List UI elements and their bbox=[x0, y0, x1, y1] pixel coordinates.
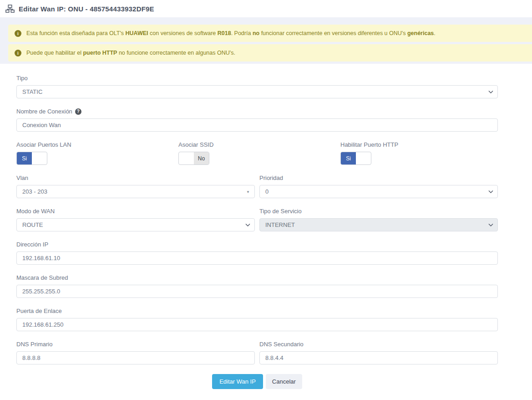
mascara-subred-label: Mascara de Subred bbox=[16, 274, 498, 281]
alert-huawei-r018: i Esta función esta diseñada para OLT's … bbox=[8, 25, 532, 42]
puerta-enlace-label: Puerta de Enlace bbox=[16, 308, 498, 314]
asociar-ssid-label: Asociar SSID bbox=[178, 141, 336, 148]
tipo-servicio-label: Tipo de Servicio bbox=[259, 208, 498, 215]
direccion-ip-input[interactable] bbox=[16, 251, 498, 265]
toggle-state-label: Si bbox=[341, 152, 356, 164]
question-circle-icon[interactable]: ? bbox=[75, 108, 81, 115]
dropdown-arrow-icon: ▼ bbox=[246, 190, 250, 194]
modo-wan-selected-value: ROUTE bbox=[22, 221, 43, 228]
field-habilitar-puerto-http: Habilitar Puerto HTTP Si bbox=[340, 141, 498, 165]
prioridad-selected-value: 0 bbox=[265, 188, 269, 195]
field-vlan: Vlan 203 - 203 ▼ bbox=[16, 174, 255, 198]
field-prioridad: Prioridad 0 bbox=[259, 174, 498, 198]
toggle-handle bbox=[356, 152, 371, 164]
dns-secundario-label: DNS Secundario bbox=[259, 341, 498, 348]
tipo-label: Tipo bbox=[16, 75, 498, 82]
modo-wan-select[interactable]: ROUTE bbox=[16, 218, 255, 231]
nombre-conexion-label: Nombre de Conexión ? bbox=[16, 108, 498, 115]
field-tipo-servicio: Tipo de Servicio INTERNET bbox=[259, 208, 498, 231]
field-tipo: Tipo STATIC bbox=[16, 75, 498, 98]
toggle-state-label: No bbox=[194, 152, 209, 164]
vlan-select[interactable]: 203 - 203 ▼ bbox=[16, 185, 255, 198]
habilitar-puerto-http-label: Habilitar Puerto HTTP bbox=[340, 141, 498, 148]
info-circle-icon: i bbox=[15, 30, 21, 37]
asociar-ssid-toggle[interactable]: No bbox=[178, 152, 209, 165]
dns-primario-label: DNS Primario bbox=[16, 341, 255, 348]
field-asociar-puertos-lan: Asociar Puertos LAN Si bbox=[16, 141, 174, 165]
habilitar-puerto-http-toggle[interactable]: Si bbox=[340, 152, 371, 165]
prioridad-label: Prioridad bbox=[259, 174, 498, 181]
tipo-select[interactable]: STATIC bbox=[16, 85, 498, 98]
toggle-state-label: Si bbox=[17, 152, 32, 164]
chevron-down-icon bbox=[488, 223, 493, 226]
dns-primario-input[interactable] bbox=[16, 351, 255, 364]
sitemap-icon bbox=[5, 5, 15, 13]
tipo-servicio-select: INTERNET bbox=[259, 218, 498, 231]
asociar-puertos-lan-toggle[interactable]: Si bbox=[16, 152, 47, 165]
field-dns-secundario: DNS Secundario bbox=[259, 341, 498, 364]
cancelar-button[interactable]: Cancelar bbox=[266, 374, 302, 389]
tipo-selected-value: STATIC bbox=[22, 88, 42, 95]
chevron-down-icon bbox=[245, 223, 250, 226]
toggle-handle bbox=[32, 152, 47, 164]
alert-text: Esta función esta diseñada para OLT's HU… bbox=[26, 30, 436, 36]
alert-text: Puede que habilitar el puerto HTTP no fu… bbox=[26, 50, 235, 56]
chevron-down-icon bbox=[488, 90, 493, 93]
toggles-row: Asociar Puertos LAN Si Asociar SSID No H… bbox=[16, 141, 498, 165]
mascara-subred-input[interactable] bbox=[16, 285, 498, 298]
field-asociar-ssid: Asociar SSID No bbox=[178, 141, 336, 165]
form-actions: Editar Wan IP Cancelar bbox=[16, 374, 498, 389]
alert-http-port: i Puede que habilitar el puerto HTTP no … bbox=[8, 44, 532, 62]
info-circle-icon: i bbox=[15, 50, 21, 56]
puerta-enlace-input[interactable] bbox=[16, 318, 498, 331]
field-puerta-enlace: Puerta de Enlace bbox=[16, 308, 498, 331]
modo-servicio-row: Modo de WAN ROUTE Tipo de Servicio INTER… bbox=[16, 208, 498, 231]
vlan-label: Vlan bbox=[16, 174, 255, 181]
direccion-ip-label: Dirección IP bbox=[16, 241, 498, 248]
editar-wan-ip-button[interactable]: Editar Wan IP bbox=[212, 374, 263, 389]
tipo-servicio-selected-value: INTERNET bbox=[265, 221, 295, 228]
asociar-puertos-lan-label: Asociar Puertos LAN bbox=[16, 141, 174, 148]
dns-row: DNS Primario DNS Secundario bbox=[16, 341, 498, 364]
field-modo-wan: Modo de WAN ROUTE bbox=[16, 208, 255, 231]
field-direccion-ip: Dirección IP bbox=[16, 241, 498, 265]
page-title: Editar Wan IP: ONU - 485754433932DF9E bbox=[19, 5, 154, 13]
dns-secundario-input[interactable] bbox=[259, 351, 498, 364]
alerts-container: i Esta función esta diseñada para OLT's … bbox=[0, 17, 532, 62]
field-dns-primario: DNS Primario bbox=[16, 341, 255, 364]
chevron-down-icon bbox=[488, 190, 493, 193]
modo-wan-label: Modo de WAN bbox=[16, 208, 255, 215]
field-nombre-conexion: Nombre de Conexión ? bbox=[16, 108, 498, 132]
page-header: Editar Wan IP: ONU - 485754433932DF9E bbox=[0, 0, 532, 17]
toggle-handle bbox=[179, 152, 194, 164]
vlan-prioridad-row: Vlan 203 - 203 ▼ Prioridad 0 bbox=[16, 174, 498, 198]
prioridad-select[interactable]: 0 bbox=[259, 185, 498, 198]
edit-wan-form: Tipo STATIC Nombre de Conexión ? Asociar… bbox=[0, 64, 532, 400]
nombre-conexion-input[interactable] bbox=[16, 118, 498, 132]
field-mascara-subred: Mascara de Subred bbox=[16, 274, 498, 298]
vlan-selected-value: 203 - 203 bbox=[22, 188, 47, 195]
